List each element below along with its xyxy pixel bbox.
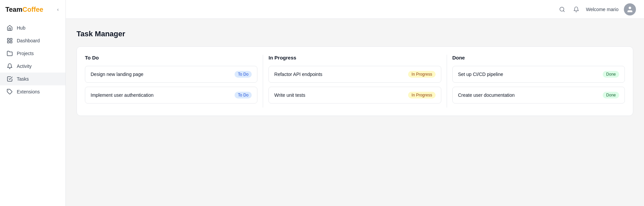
- logo-area: TeamCoffee ‹: [0, 0, 65, 19]
- task-card[interactable]: Set up CI/CD pipeline Done: [452, 66, 625, 83]
- content-area: Task Manager To Do Design new landing pa…: [66, 19, 644, 206]
- task-name: Create user documentation: [458, 92, 515, 98]
- task-badge: Done: [603, 71, 619, 78]
- column-todo: To Do Design new landing page To Do Impl…: [85, 55, 263, 108]
- sidebar-item-activity[interactable]: Activity: [0, 60, 65, 73]
- task-badge: To Do: [235, 71, 252, 78]
- folder-icon: [7, 50, 13, 56]
- task-badge: In Progress: [408, 71, 435, 78]
- home-icon: [7, 25, 13, 31]
- column-in-progress: In Progress Refactor API endpoints In Pr…: [263, 55, 447, 108]
- sidebar-hub-label: Hub: [17, 25, 26, 31]
- column-done-title: Done: [452, 55, 625, 60]
- header: Welcome mario: [66, 0, 644, 19]
- sidebar-tasks-label: Tasks: [17, 76, 29, 82]
- task-card[interactable]: Write unit tests In Progress: [268, 87, 441, 104]
- sidebar-dashboard-label: Dashboard: [17, 38, 40, 43]
- brand-logo: TeamCoffee: [5, 6, 43, 13]
- svg-rect-3: [10, 41, 12, 43]
- task-card[interactable]: Create user documentation Done: [452, 87, 625, 104]
- sidebar-nav: Hub Dashboard Projects: [0, 19, 65, 206]
- avatar[interactable]: [624, 3, 636, 15]
- task-name: Write unit tests: [274, 92, 305, 98]
- column-done: Done Set up CI/CD pipeline Done Create u…: [447, 55, 625, 108]
- svg-rect-2: [7, 41, 9, 43]
- sidebar-item-extensions[interactable]: Extensions: [0, 85, 65, 98]
- page-title: Task Manager: [77, 30, 633, 38]
- sidebar-item-dashboard[interactable]: Dashboard: [0, 34, 65, 47]
- task-name: Set up CI/CD pipeline: [458, 72, 503, 77]
- puzzle-icon: [7, 89, 13, 95]
- main-area: Welcome mario Task Manager To Do Design …: [66, 0, 644, 206]
- task-name: Implement user authentication: [91, 92, 154, 98]
- svg-rect-0: [7, 38, 9, 40]
- brand-team: Team: [5, 6, 22, 13]
- task-name: Design new landing page: [91, 72, 143, 77]
- svg-rect-1: [10, 38, 12, 40]
- task-card[interactable]: Design new landing page To Do: [85, 66, 257, 83]
- task-badge: To Do: [235, 92, 252, 98]
- sidebar-item-tasks[interactable]: Tasks: [0, 73, 65, 85]
- task-badge: Done: [603, 92, 619, 98]
- user-icon: [626, 6, 634, 13]
- search-button[interactable]: [558, 5, 566, 14]
- sidebar-collapse-button[interactable]: ‹: [56, 5, 60, 13]
- grid-icon: [7, 38, 13, 44]
- sidebar-item-hub[interactable]: Hub: [0, 22, 65, 34]
- column-in-progress-title: In Progress: [268, 55, 441, 60]
- notification-button[interactable]: [572, 5, 581, 14]
- sidebar-item-projects[interactable]: Projects: [0, 47, 65, 60]
- brand-coffee: Coffee: [22, 6, 43, 13]
- sidebar-activity-label: Activity: [17, 64, 32, 69]
- column-todo-title: To Do: [85, 55, 257, 60]
- tasks-icon: [7, 76, 13, 82]
- activity-icon: [7, 63, 13, 69]
- welcome-text: Welcome mario: [586, 7, 618, 12]
- sidebar-extensions-label: Extensions: [17, 89, 40, 94]
- task-card[interactable]: Refactor API endpoints In Progress: [268, 66, 441, 83]
- svg-line-6: [563, 10, 564, 11]
- task-badge: In Progress: [408, 92, 435, 98]
- task-board: To Do Design new landing page To Do Impl…: [77, 46, 633, 116]
- notification-icon: [573, 6, 579, 12]
- task-name: Refactor API endpoints: [274, 72, 322, 77]
- task-card[interactable]: Implement user authentication To Do: [85, 87, 257, 104]
- search-icon: [559, 6, 565, 12]
- sidebar-projects-label: Projects: [17, 51, 34, 56]
- sidebar: TeamCoffee ‹ Hub: [0, 0, 66, 206]
